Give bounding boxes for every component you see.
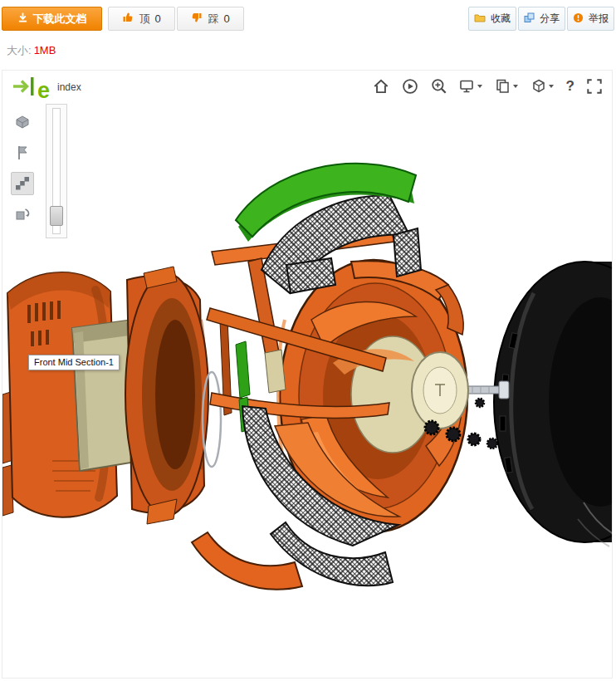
model-canvas[interactable] [2,71,613,679]
top-toolbar: 下载此文档 顶 0 踩 0 收藏 分享 举报 [2,7,614,32]
model-views-icon[interactable] [530,77,555,96]
document-title: index [57,81,81,93]
like-count: 0 [154,12,160,25]
folder-icon [474,12,486,26]
shaded-model-tool[interactable] [11,110,34,134]
report-label: 举报 [589,12,609,26]
rear-drum-part[interactable] [494,262,613,546]
thumb-up-icon [122,12,134,26]
zoom-icon[interactable] [430,77,448,96]
file-size-row: 大小:1MB [7,43,56,58]
help-icon[interactable]: ? [566,78,574,95]
slider-handle[interactable] [50,206,63,226]
like-label: 顶 [139,12,149,27]
report-button[interactable]: 举报 [567,7,614,31]
play-animation-icon[interactable] [401,77,419,96]
home-icon[interactable] [372,77,390,96]
favorite-label: 收藏 [491,12,511,26]
share-icon [524,12,535,26]
edrawings-viewer: e index ? [2,70,613,679]
component-move-tool[interactable] [11,203,34,226]
side-tool-column [11,110,36,233]
share-label: 分享 [540,12,560,26]
dislike-count: 0 [223,12,229,25]
front-housing-right-shell-part[interactable] [125,267,208,524]
share-button[interactable]: 分享 [518,7,565,31]
edrawings-arrow-icon [12,76,36,100]
viewer-header: e index ? [2,71,612,104]
viewer-toolbar: ? [372,77,604,96]
sheet-views-icon[interactable] [495,77,520,96]
edrawings-logo: e [12,76,50,100]
markup-flag-tool[interactable] [11,141,34,164]
edrawings-logo-letter: e [37,81,50,100]
download-icon [17,12,28,26]
component-tooltip: Front Mid Section-1 [28,355,120,370]
size-value: 1MB [34,44,56,56]
cream-bracket-part[interactable] [265,350,286,393]
thumb-down-icon [191,12,203,26]
report-icon [573,12,584,26]
explode-view-tool[interactable] [11,172,34,195]
display-options-icon[interactable] [459,77,484,96]
explode-slider[interactable] [46,104,67,238]
download-button[interactable]: 下载此文档 [2,7,102,31]
favorite-button[interactable]: 收藏 [468,7,516,31]
fullscreen-icon[interactable] [585,77,604,96]
size-label: 大小: [7,44,32,56]
like-button[interactable]: 顶 0 [108,7,175,31]
dislike-label: 踩 [208,12,218,27]
download-label: 下载此文档 [33,12,87,27]
dislike-button[interactable]: 踩 0 [177,7,244,31]
